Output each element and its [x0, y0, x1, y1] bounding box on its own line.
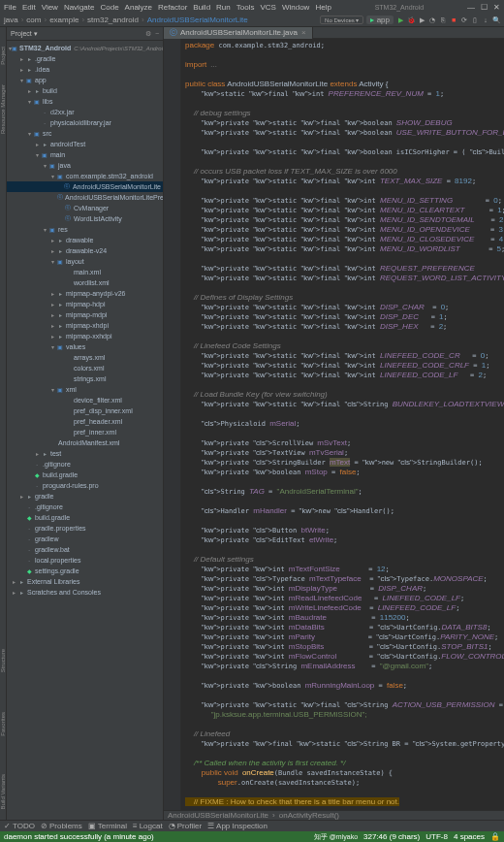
- tree-item[interactable]: ⓒWordListActivity: [7, 213, 163, 224]
- search-icon[interactable]: 🔍: [492, 16, 500, 24]
- tree-item[interactable]: ·.gitignore: [7, 502, 163, 512]
- problems-tool[interactable]: ⊘ Problems: [41, 822, 82, 830]
- menu-analyze[interactable]: Analyze: [125, 3, 152, 12]
- menu-code[interactable]: Code: [100, 3, 118, 12]
- build-variants-tool[interactable]: Build Variants: [0, 774, 6, 810]
- tree-item[interactable]: ▾▣layout: [7, 256, 163, 267]
- tree-item[interactable]: ▾▣xml: [7, 384, 163, 395]
- tree-item[interactable]: ▸▸mipmap-xxhdpi: [7, 331, 163, 341]
- tree-item[interactable]: main.xml: [7, 267, 163, 277]
- menu-navigate[interactable]: Navigate: [64, 3, 95, 12]
- tree-item[interactable]: ▾▣java: [7, 160, 163, 171]
- tree-item[interactable]: ▾▣app: [7, 75, 163, 85]
- sdk-icon[interactable]: ↓: [482, 16, 489, 24]
- device-selector[interactable]: No Devices ▾: [320, 16, 363, 24]
- tree-item[interactable]: ▾▣main: [7, 149, 163, 160]
- crumb[interactable]: com: [26, 16, 41, 24]
- tree-item[interactable]: ·physicaloidlibrary.jar: [7, 117, 163, 128]
- menu-view[interactable]: View: [42, 3, 58, 12]
- crumb[interactable]: java: [4, 16, 18, 24]
- todo-tool[interactable]: ✓ TODO: [4, 822, 35, 830]
- project-tree[interactable]: ▾▣ STM32_Android C:\AndroidProjects\STM3…: [7, 41, 163, 820]
- tree-item[interactable]: ▸▸mipmap-hdpi: [7, 299, 163, 309]
- minimize-icon[interactable]: —: [467, 3, 475, 12]
- crumb[interactable]: stm32_android: [87, 16, 139, 24]
- tree-item[interactable]: colors.xml: [7, 363, 163, 373]
- tree-item[interactable]: ·d2xx.jar: [7, 107, 163, 117]
- tree-item[interactable]: pref_disp_inner.xml: [7, 405, 163, 416]
- indent[interactable]: 4 spaces: [454, 832, 485, 841]
- tree-item[interactable]: ◆settings.gradle: [7, 566, 163, 576]
- run-icon[interactable]: ▶: [396, 16, 404, 24]
- tree-item[interactable]: ·local.properties: [7, 555, 163, 566]
- tree-item[interactable]: ⓒCvManager: [7, 203, 163, 213]
- tree-item[interactable]: AndroidManifest.xml: [7, 437, 163, 448]
- tree-item[interactable]: ▸▸Scratches and Consoles: [7, 587, 163, 598]
- tree-item[interactable]: device_filter.xml: [7, 395, 163, 405]
- tree-item[interactable]: ⓒAndroidUSBSerialMonitorLitePrefAc: [7, 192, 163, 203]
- gear-icon[interactable]: ⚙: [145, 30, 151, 38]
- encoding[interactable]: UTF-8: [425, 832, 448, 841]
- menu-edit[interactable]: Edit: [22, 3, 36, 12]
- maximize-icon[interactable]: ☐: [481, 3, 488, 12]
- tree-item[interactable]: ▸▸drawable: [7, 235, 163, 245]
- tree-item[interactable]: ·gradlew: [7, 534, 163, 544]
- lock-icon[interactable]: 🔒: [490, 832, 500, 841]
- menu-file[interactable]: File: [4, 3, 16, 12]
- tree-item[interactable]: pref_inner.xml: [7, 427, 163, 437]
- stop-icon[interactable]: ■: [450, 16, 457, 24]
- menu-vcs[interactable]: VCS: [260, 3, 275, 12]
- coverage-icon[interactable]: ▶: [418, 16, 425, 24]
- menu-help[interactable]: Help: [315, 3, 331, 12]
- caret-position[interactable]: 327:46 (9 chars): [363, 832, 420, 841]
- tree-item[interactable]: ▾▣res: [7, 224, 163, 235]
- tree-item[interactable]: arrays.xml: [7, 352, 163, 363]
- profile-icon[interactable]: ◔: [428, 16, 436, 24]
- menu-run[interactable]: Run: [216, 3, 231, 12]
- terminal-tool[interactable]: ▣ Terminal: [88, 822, 127, 830]
- resource-manager-tool[interactable]: Resource Manager: [0, 84, 6, 134]
- close-icon[interactable]: ✕: [493, 3, 500, 12]
- tree-item[interactable]: ▸▸mipmap-xhdpi: [7, 320, 163, 331]
- crumb[interactable]: example: [49, 16, 79, 24]
- close-tab-icon[interactable]: ×: [301, 28, 306, 37]
- tree-item[interactable]: ▸▸.idea: [7, 64, 163, 75]
- tree-item[interactable]: ▸▸androidTest: [7, 139, 163, 149]
- menu-refactor[interactable]: Refactor: [158, 3, 187, 12]
- tree-item[interactable]: strings.xml: [7, 373, 163, 384]
- tree-item[interactable]: ▸▸test: [7, 448, 163, 459]
- menu-tools[interactable]: Tools: [236, 3, 255, 12]
- tree-item[interactable]: ▾▣com.example.stm32_android: [7, 171, 163, 181]
- tree-item[interactable]: ◆build.gradle: [7, 512, 163, 523]
- tree-item[interactable]: pref_header.xml: [7, 416, 163, 427]
- debug-icon[interactable]: 🐞: [407, 16, 415, 24]
- profiler-tool[interactable]: ◔ Profiler: [169, 822, 202, 830]
- breadcrumb-method[interactable]: onActivityResult(): [279, 811, 339, 820]
- structure-tool[interactable]: Structure: [0, 649, 6, 672]
- attach-icon[interactable]: ⎘: [439, 16, 447, 24]
- tree-item[interactable]: ▾▣libs: [7, 96, 163, 107]
- editor-tab[interactable]: ⓒ AndroidUSBSerialMonitorLite.java ×: [164, 27, 313, 39]
- breadcrumb-class[interactable]: AndroidUSBSerialMonitorLite: [168, 811, 268, 820]
- tree-item[interactable]: ▸▸drawable-v24: [7, 245, 163, 256]
- tree-item[interactable]: ▸▸build: [7, 85, 163, 96]
- tree-item[interactable]: ·gradle.properties: [7, 523, 163, 534]
- app-inspection-tool[interactable]: ☰ App Inspection: [207, 822, 268, 830]
- run-config-selector[interactable]: ▸ app: [366, 16, 394, 24]
- tree-item[interactable]: ▸▸gradle: [7, 491, 163, 502]
- crumb-class[interactable]: AndroidUSBSerialMonitorLite: [147, 16, 248, 24]
- avd-icon[interactable]: ▯: [471, 16, 479, 24]
- code-editor[interactable]: package com.example.stm32_android; impor…: [181, 39, 504, 810]
- project-tool[interactable]: Project: [0, 47, 6, 65]
- menu-window[interactable]: Window: [282, 3, 309, 12]
- tree-item[interactable]: wordlist.xml: [7, 277, 163, 288]
- tree-item[interactable]: ▾▣src: [7, 128, 163, 139]
- tree-item[interactable]: ▸▸mipmap-anydpi-v26: [7, 288, 163, 299]
- tree-root[interactable]: ▾▣ STM32_Android C:\AndroidProjects\STM3…: [7, 43, 163, 53]
- tree-item[interactable]: ·.gitignore: [7, 459, 163, 470]
- editor-gutter[interactable]: [164, 39, 181, 810]
- sync-icon[interactable]: ⟳: [460, 16, 468, 24]
- tree-item[interactable]: ◆build.gradle: [7, 470, 163, 480]
- tree-item[interactable]: ▸▸mipmap-mdpi: [7, 309, 163, 320]
- favorites-tool[interactable]: Favorites: [0, 712, 6, 736]
